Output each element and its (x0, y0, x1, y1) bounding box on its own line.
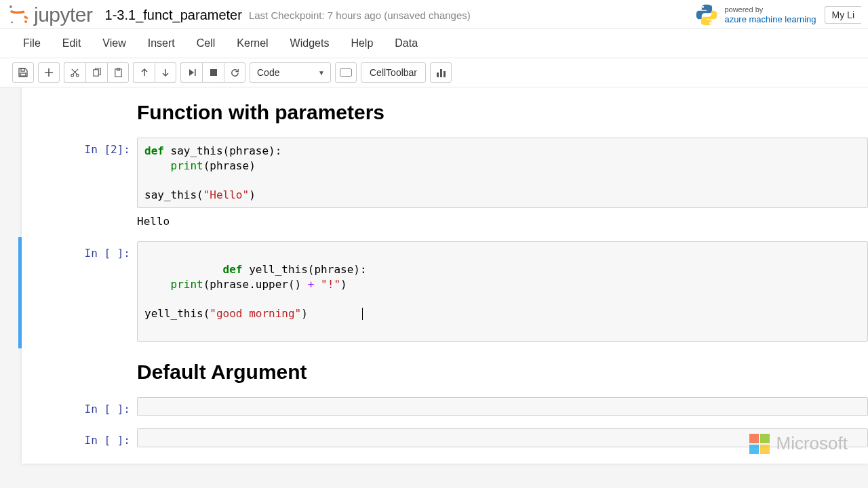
svg-point-0 (9, 7, 27, 13)
menu-insert[interactable]: Insert (137, 32, 186, 55)
stop-icon (210, 68, 218, 77)
copy-icon (92, 68, 102, 78)
menu-help[interactable]: Help (340, 32, 384, 55)
svg-rect-11 (94, 69, 99, 75)
microsoft-watermark: Microsoft (749, 433, 848, 454)
microsoft-text: Microsoft (776, 433, 848, 454)
command-palette-button[interactable] (335, 62, 357, 83)
output-cell-1: Hello (137, 211, 868, 235)
arrow-up-icon (140, 68, 149, 77)
plus-icon (44, 68, 54, 77)
run-button[interactable] (180, 62, 202, 83)
menu-view[interactable]: View (92, 32, 136, 55)
cell-type-value: Code (257, 67, 279, 78)
my-library-button[interactable]: My Li (825, 6, 861, 24)
move-down-button[interactable] (155, 62, 176, 83)
chart-button[interactable] (430, 62, 452, 83)
jupyter-icon (7, 3, 30, 26)
scissors-icon (70, 68, 80, 78)
powered-by: powered by azure machine learning (694, 3, 816, 27)
copy-button[interactable] (85, 62, 107, 83)
svg-point-9 (71, 74, 74, 77)
text-cursor (362, 308, 363, 320)
step-forward-icon (187, 68, 197, 77)
heading-function-with-parameters: Function with parameters (137, 101, 868, 124)
code-cell-1[interactable]: def say_this(phrase): print(phrase) say_… (137, 138, 868, 208)
prompt-in-empty-1: In [ ]: (22, 241, 137, 260)
prompt-in-2: In [2]: (22, 138, 137, 156)
menubar: File Edit View Insert Cell Kernel Widget… (0, 29, 868, 58)
checkpoint-text: Last Checkpoint: 7 hours ago (unsaved ch… (249, 9, 471, 21)
svg-rect-14 (195, 69, 196, 76)
powered-small: powered by (724, 5, 763, 14)
svg-point-4 (11, 22, 13, 24)
cell-type-select[interactable]: Code (250, 62, 331, 83)
notebook-title[interactable]: 1-3.1_funct_parameter (105, 7, 242, 23)
toolbar: Code CellToolbar (0, 58, 868, 87)
restart-button[interactable] (224, 62, 245, 83)
paste-button[interactable] (107, 62, 129, 83)
microsoft-icon (749, 434, 770, 454)
svg-point-3 (24, 20, 27, 23)
svg-rect-7 (21, 68, 24, 71)
save-button[interactable] (12, 62, 34, 83)
cell-toolbar-button[interactable]: CellToolbar (361, 62, 426, 83)
svg-point-10 (76, 74, 79, 77)
prompt-in-empty-2: In [ ]: (22, 397, 137, 415)
chart-icon (437, 68, 446, 77)
menu-data[interactable]: Data (384, 32, 429, 55)
python-icon (694, 3, 719, 27)
powered-brand: azure machine learning (724, 14, 816, 24)
move-up-button[interactable] (133, 62, 155, 83)
svg-point-6 (709, 22, 711, 24)
prompt-in-empty-3: In [ ]: (22, 428, 137, 447)
svg-point-5 (703, 6, 705, 8)
paste-icon (113, 68, 123, 78)
menu-cell[interactable]: Cell (186, 32, 226, 55)
cut-button[interactable] (64, 62, 85, 83)
arrow-down-icon (161, 68, 170, 77)
svg-point-1 (9, 16, 27, 22)
code-cell-2[interactable]: def yell_this(phrase): print(phrase.uppe… (137, 241, 868, 342)
svg-point-2 (9, 5, 12, 8)
add-cell-button[interactable] (38, 62, 60, 83)
svg-rect-8 (20, 73, 26, 76)
keyboard-icon (340, 68, 352, 77)
heading-default-argument: Default Argument (137, 361, 868, 384)
save-icon (18, 67, 28, 78)
refresh-icon (230, 68, 240, 78)
interrupt-button[interactable] (202, 62, 224, 83)
svg-rect-15 (210, 69, 217, 76)
code-cell-3[interactable] (137, 397, 868, 416)
menu-widgets[interactable]: Widgets (279, 32, 340, 55)
menu-kernel[interactable]: Kernel (226, 32, 279, 55)
jupyter-logo[interactable]: jupyter (7, 3, 93, 26)
menu-file[interactable]: File (12, 32, 52, 55)
logo-text: jupyter (34, 3, 93, 26)
menu-edit[interactable]: Edit (52, 32, 92, 55)
